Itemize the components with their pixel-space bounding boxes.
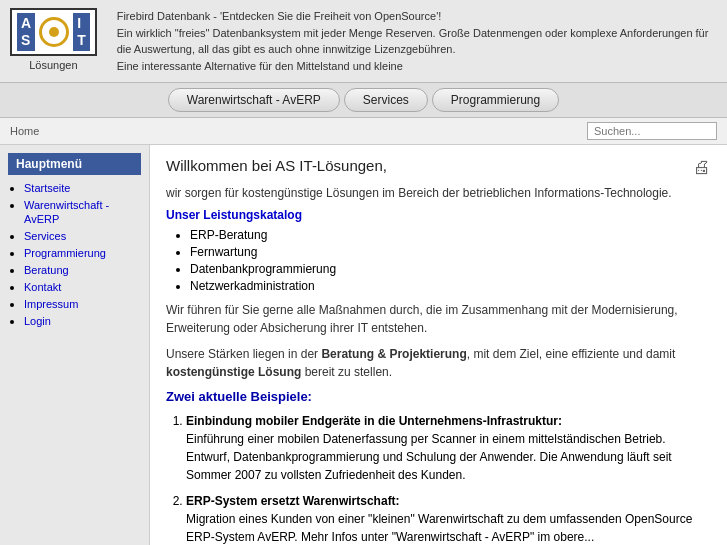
breadcrumb-search: Home: [0, 118, 727, 145]
content-header: Willkommen bei AS IT-Lösungen, 🖨: [166, 157, 711, 178]
logo-subtitle: Lösungen: [29, 59, 77, 71]
sidebar: Hauptmenü Startseite Warenwirtschaft - A…: [0, 145, 150, 545]
logo-it: IT: [73, 13, 90, 51]
list-item: Login: [24, 314, 141, 328]
logo-circle: [39, 17, 69, 47]
content-para1: Wir führen für Sie gerne alle Maßnahmen …: [166, 301, 711, 337]
list-item: Services: [24, 229, 141, 243]
para2-bold: Beratung & Projektierung: [321, 347, 466, 361]
sidebar-item-kontakt[interactable]: Kontakt: [24, 281, 61, 293]
tab-warenwirtschaft[interactable]: Warenwirtschaft - AvERP: [168, 88, 340, 112]
example2-title: ERP-System ersetzt Warenwirtschaft:: [186, 494, 400, 508]
list-item: ERP-System ersetzt Warenwirtschaft: Migr…: [186, 492, 711, 545]
nav-tabs: Warenwirtschaft - AvERP Services Program…: [0, 83, 727, 118]
logo-as: AS: [17, 13, 35, 51]
list-item: Programmierung: [24, 246, 141, 260]
search-input[interactable]: [587, 122, 717, 140]
para2-prefix: Unsere Stärken liegen in der: [166, 347, 321, 361]
logo-area: AS IT Lösungen: [10, 8, 97, 74]
top-text: Firebird Datenbank - 'Entdecken Sie die …: [117, 8, 717, 74]
example2-text: Migration eines Kunden von einer "kleine…: [186, 512, 692, 544]
sidebar-item-services[interactable]: Services: [24, 230, 66, 242]
sidebar-item-login[interactable]: Login: [24, 315, 51, 327]
logo-circle-inner: [49, 27, 59, 37]
sidebar-item-beratung[interactable]: Beratung: [24, 264, 69, 276]
list-item: Beratung: [24, 263, 141, 277]
list-item: ERP-Beratung: [190, 228, 711, 242]
content-area: Willkommen bei AS IT-Lösungen, 🖨 wir sor…: [150, 145, 727, 545]
list-item: Kontakt: [24, 280, 141, 294]
top-text-line1: Firebird Datenbank - 'Entdecken Sie die …: [117, 8, 717, 25]
list-item: Fernwartung: [190, 245, 711, 259]
logo-box: AS IT: [10, 8, 97, 56]
sidebar-item-warenwirtschaft[interactable]: Warenwirtschaft - AvERP: [24, 199, 109, 225]
sidebar-item-programmierung[interactable]: Programmierung: [24, 247, 106, 259]
services-list: ERP-Beratung Fernwartung Datenbankprogra…: [166, 228, 711, 293]
sidebar-menu: Startseite Warenwirtschaft - AvERP Servi…: [8, 181, 141, 328]
para2-bold2: kostengünstige Lösung: [166, 365, 301, 379]
tab-programmierung[interactable]: Programmierung: [432, 88, 559, 112]
leistungskatalog-link[interactable]: Unser Leistungskatalog: [166, 208, 302, 222]
list-item: Einbindung mobiler Endgeräte in die Unte…: [186, 412, 711, 484]
example1-text: Einführung einer mobilen Datenerfassung …: [186, 432, 672, 482]
list-item: Startseite: [24, 181, 141, 195]
content-intro: wir sorgen für kostengünstige Lösungen i…: [166, 186, 711, 200]
tab-services[interactable]: Services: [344, 88, 428, 112]
sidebar-title: Hauptmenü: [8, 153, 141, 175]
example1-title: Einbindung mobiler Endgeräte in die Unte…: [186, 414, 562, 428]
list-item: Netzwerkadministration: [190, 279, 711, 293]
sidebar-item-startseite[interactable]: Startseite: [24, 182, 70, 194]
examples-list: Einbindung mobiler Endgeräte in die Unte…: [166, 412, 711, 545]
page-title: Willkommen bei AS IT-Lösungen,: [166, 157, 387, 174]
para2-suffix: , mit dem Ziel, eine effiziente und dami…: [467, 347, 676, 361]
breadcrumb: Home: [10, 125, 39, 137]
top-text-line3: Eine interessante Alternative für den Mi…: [117, 58, 717, 75]
list-item: Impressum: [24, 297, 141, 311]
top-bar: AS IT Lösungen Firebird Datenbank - 'Ent…: [0, 0, 727, 83]
list-item: Warenwirtschaft - AvERP: [24, 198, 141, 226]
top-text-line2: Ein wirklich "freies" Datenbanksystem mi…: [117, 25, 717, 58]
print-icon[interactable]: 🖨: [693, 157, 711, 178]
para2-end: bereit zu stellen.: [301, 365, 392, 379]
main-content: Hauptmenü Startseite Warenwirtschaft - A…: [0, 145, 727, 545]
content-para2: Unsere Stärken liegen in der Beratung & …: [166, 345, 711, 381]
sidebar-item-impressum[interactable]: Impressum: [24, 298, 78, 310]
list-item: Datenbankprogrammierung: [190, 262, 711, 276]
examples-title: Zwei aktuelle Beispiele:: [166, 389, 711, 404]
